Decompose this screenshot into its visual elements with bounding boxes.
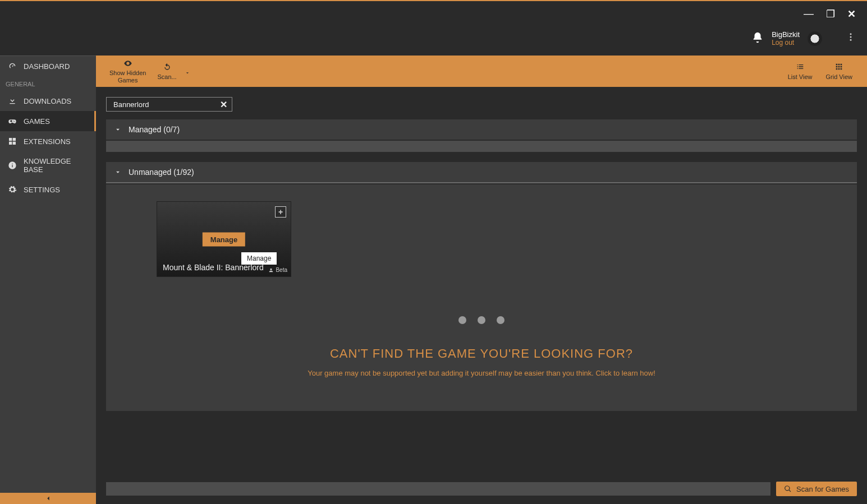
toolbar-label: Grid View xyxy=(826,73,852,80)
help-block: Can't find the game you're looking for? … xyxy=(106,294,857,411)
grid-view-button[interactable]: Grid View xyxy=(819,60,859,82)
logout-link[interactable]: Log out xyxy=(772,39,794,47)
sidebar-item-knowledge-base[interactable]: KNOWLEDGE BASE xyxy=(0,151,96,179)
gamepad-icon xyxy=(8,117,17,126)
sidebar: DASHBOARD GENERAL DOWNLOADS GAMES EXTENS… xyxy=(0,56,96,504)
minimize-button[interactable]: — xyxy=(804,8,814,20)
user-area: BigBizkit Log out xyxy=(751,30,822,47)
game-title: Mount & Blade II: Bannerlord xyxy=(163,263,264,272)
sidebar-item-dashboard[interactable]: DASHBOARD xyxy=(0,56,96,76)
sidebar-section-general: GENERAL xyxy=(0,76,96,91)
section-title: Unmanaged (1/92) xyxy=(129,168,194,177)
toolbar: Show Hidden Games Scan... List View xyxy=(96,56,867,87)
discovered-games-bar xyxy=(106,482,770,496)
titlebar: — ❐ ✕ BigBizkit Log out xyxy=(0,1,867,56)
toolbar-right: List View Grid View xyxy=(781,60,859,82)
notifications-icon[interactable] xyxy=(751,31,764,46)
scan-for-games-button[interactable]: Scan for Games xyxy=(776,482,857,496)
chevron-down-icon xyxy=(114,168,122,176)
maximize-button[interactable]: ❐ xyxy=(826,8,835,20)
button-label: Scan for Games xyxy=(796,485,849,493)
body: DASHBOARD GENERAL DOWNLOADS GAMES EXTENS… xyxy=(0,56,867,504)
caret-down-icon[interactable] xyxy=(185,70,190,82)
chevron-down-icon xyxy=(114,126,122,133)
close-button[interactable]: ✕ xyxy=(847,8,856,20)
search-box[interactable]: ✕ xyxy=(106,97,232,112)
extensions-icon xyxy=(8,137,17,146)
sidebar-label: GAMES xyxy=(24,117,50,126)
content: ✕ Managed (0/7) Unmanaged (1/92) + xyxy=(96,87,867,474)
list-view-button[interactable]: List View xyxy=(781,60,819,82)
person-icon xyxy=(268,267,274,273)
window-controls: — ❐ ✕ xyxy=(804,8,856,20)
user-block[interactable]: BigBizkit Log out xyxy=(772,30,800,47)
game-card[interactable]: + Manage Manage Mount & Blade II: Banner… xyxy=(157,201,291,277)
user-name: BigBizkit xyxy=(772,30,800,39)
toolbar-label: List View xyxy=(788,73,813,80)
divider xyxy=(106,182,857,183)
kebab-menu-icon[interactable] xyxy=(846,32,856,44)
beta-badge: Beta xyxy=(268,267,287,273)
help-title: Can't find the game you're looking for? xyxy=(117,346,846,361)
sidebar-item-extensions[interactable]: EXTENSIONS xyxy=(0,131,96,151)
avatar[interactable] xyxy=(808,31,822,46)
list-icon xyxy=(796,62,805,71)
bottom-bar: Scan for Games xyxy=(96,474,867,504)
loading-dots xyxy=(117,316,846,324)
svg-point-0 xyxy=(850,33,852,35)
add-game-icon[interactable]: + xyxy=(275,206,286,218)
app-window: — ❐ ✕ BigBizkit Log out DASHBOARD GENE xyxy=(0,0,867,504)
svg-point-2 xyxy=(850,39,852,41)
sidebar-label: DASHBOARD xyxy=(24,62,70,71)
manage-button[interactable]: Manage xyxy=(203,232,245,246)
help-subtitle-link[interactable]: Your game may not be supported yet but a… xyxy=(117,369,846,377)
refresh-icon xyxy=(163,63,172,72)
eye-icon xyxy=(123,59,132,68)
section-managed-header[interactable]: Managed (0/7) xyxy=(106,119,857,140)
info-icon xyxy=(8,161,17,170)
sidebar-label: EXTENSIONS xyxy=(24,137,71,146)
toolbar-label: Scan... xyxy=(157,73,176,80)
sidebar-item-settings[interactable]: SETTINGS xyxy=(0,179,96,200)
gauge-icon xyxy=(8,62,17,71)
toolbar-label: Show Hidden Games xyxy=(109,70,146,83)
section-unmanaged-header[interactable]: Unmanaged (1/92) xyxy=(106,162,857,182)
section-managed-body xyxy=(106,141,857,152)
gear-icon xyxy=(8,185,17,194)
sidebar-item-games[interactable]: GAMES xyxy=(0,111,96,131)
clear-search-icon[interactable]: ✕ xyxy=(220,99,227,110)
search-icon xyxy=(784,485,792,493)
sidebar-label: DOWNLOADS xyxy=(24,97,71,105)
section-unmanaged-body: + Manage Manage Mount & Blade II: Banner… xyxy=(106,184,857,294)
sidebar-label: SETTINGS xyxy=(24,186,60,194)
main: Show Hidden Games Scan... List View xyxy=(96,56,867,504)
search-input[interactable] xyxy=(111,99,220,110)
sidebar-item-downloads[interactable]: DOWNLOADS xyxy=(0,91,96,111)
download-icon xyxy=(8,96,17,105)
sidebar-collapse-button[interactable] xyxy=(0,493,96,504)
grid-icon xyxy=(834,62,843,71)
svg-point-1 xyxy=(850,36,852,38)
sidebar-label: KNOWLEDGE BASE xyxy=(24,157,88,174)
show-hidden-games-button[interactable]: Show Hidden Games xyxy=(104,57,152,85)
scan-button[interactable]: Scan... xyxy=(152,61,190,82)
section-title: Managed (0/7) xyxy=(129,125,180,134)
chevron-left-icon xyxy=(44,494,52,502)
